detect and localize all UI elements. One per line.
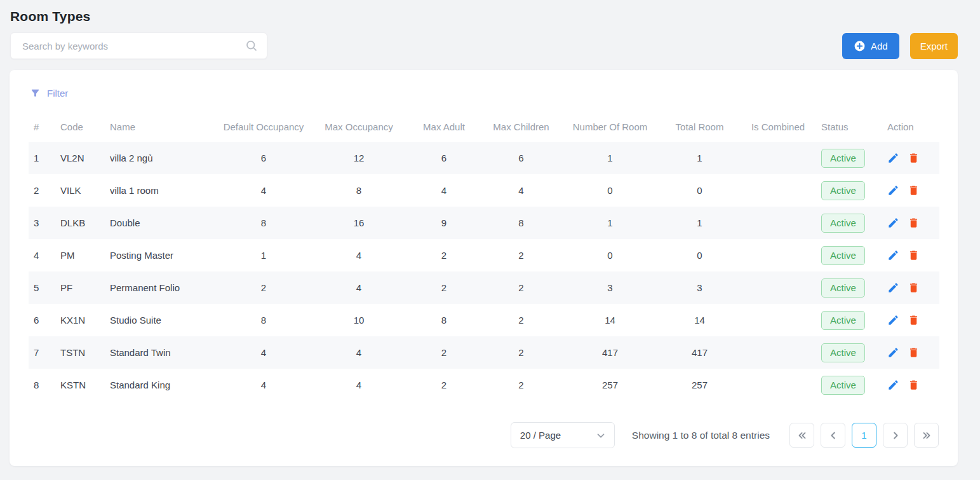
- cell-max-adult: 8: [406, 304, 481, 336]
- prev-page-button[interactable]: [821, 423, 845, 448]
- cell-max-adult: 2: [406, 336, 481, 369]
- cell-status: Active: [816, 271, 882, 304]
- cell-index: 1: [29, 142, 55, 174]
- cell-total-room: 3: [659, 271, 740, 304]
- status-badge: Active: [821, 181, 865, 200]
- delete-icon[interactable]: [908, 346, 920, 359]
- delete-icon[interactable]: [908, 282, 920, 294]
- cell-index: 7: [29, 336, 55, 369]
- cell-default-occupancy: 8: [216, 207, 311, 239]
- cell-number-of-room: 0: [561, 239, 659, 271]
- table-row: 5PFPermanent Folio242233Active: [29, 271, 939, 304]
- column-header-max-adult: Max Adult: [406, 116, 481, 142]
- cell-name: Standard King: [105, 369, 216, 401]
- table-row: 4PMPosting Master142200Active: [29, 239, 939, 271]
- cell-max-occupancy: 8: [311, 174, 406, 207]
- edit-icon[interactable]: [887, 152, 899, 164]
- filter-label: Filter: [47, 88, 68, 99]
- chevron-down-icon: [595, 430, 607, 441]
- funnel-icon: [30, 88, 41, 99]
- cell-name: Studio Suite: [105, 304, 216, 336]
- cell-index: 4: [29, 239, 55, 271]
- delete-icon[interactable]: [908, 217, 920, 229]
- edit-icon[interactable]: [887, 346, 899, 359]
- cell-name: Permanent Folio: [105, 271, 216, 304]
- export-button[interactable]: Export: [910, 33, 958, 59]
- cell-action: [882, 142, 939, 174]
- cell-number-of-room: 1: [561, 207, 659, 239]
- cell-name: villa 2 ngủ: [105, 142, 216, 174]
- cell-is-combined: [740, 174, 816, 207]
- cell-code: VL2N: [55, 142, 105, 174]
- status-badge: Active: [821, 149, 865, 168]
- edit-icon[interactable]: [887, 249, 899, 261]
- delete-icon[interactable]: [908, 379, 920, 391]
- cell-max-occupancy: 4: [311, 336, 406, 369]
- table-row: 3DLKBDouble8169811Active: [29, 207, 939, 239]
- cell-default-occupancy: 1: [216, 239, 311, 271]
- cell-number-of-room: 1: [561, 142, 659, 174]
- cell-status: Active: [816, 304, 882, 336]
- cell-status: Active: [816, 142, 882, 174]
- table-header-row: #CodeNameDefault OccupancyMax OccupancyM…: [29, 116, 939, 142]
- status-badge: Active: [821, 246, 865, 265]
- column-header-max-occupancy: Max Occupancy: [311, 116, 406, 142]
- cell-action: [882, 271, 939, 304]
- cell-code: VILK: [55, 174, 105, 207]
- page-size-select[interactable]: 20 / Page: [511, 422, 615, 448]
- edit-icon[interactable]: [887, 314, 899, 326]
- status-badge: Active: [821, 214, 865, 233]
- cell-code: TSTN: [55, 336, 105, 369]
- plus-circle-icon: [854, 40, 866, 52]
- cell-is-combined: [740, 239, 816, 271]
- chevron-left-icon: [828, 430, 839, 441]
- pager: 1: [789, 423, 939, 448]
- edit-icon[interactable]: [887, 379, 899, 391]
- cell-total-room: 1: [659, 142, 740, 174]
- cell-max-adult: 2: [406, 369, 481, 401]
- entries-summary: Showing 1 to 8 of total 8 entries: [632, 430, 770, 441]
- table-row: 1VL2Nvilla 2 ngủ6126611Active: [29, 142, 939, 174]
- cell-number-of-room: 417: [561, 336, 659, 369]
- delete-icon[interactable]: [908, 314, 920, 326]
- first-page-button[interactable]: [789, 423, 814, 448]
- edit-icon[interactable]: [887, 184, 899, 196]
- controls-row: Add Export: [10, 32, 958, 59]
- cell-index: 2: [29, 174, 55, 207]
- cell-number-of-room: 14: [561, 304, 659, 336]
- table-row: 8KSTNStandard King4422257257Active: [29, 369, 939, 401]
- cell-status: Active: [816, 207, 882, 239]
- cell-total-room: 1: [659, 207, 740, 239]
- cell-max-occupancy: 4: [311, 271, 406, 304]
- cell-max-children: 2: [481, 304, 561, 336]
- cell-number-of-room: 257: [561, 369, 659, 401]
- room-types-table: #CodeNameDefault OccupancyMax OccupancyM…: [29, 116, 939, 401]
- cell-max-occupancy: 12: [311, 142, 406, 174]
- edit-icon[interactable]: [887, 217, 899, 229]
- edit-icon[interactable]: [887, 282, 899, 294]
- cell-max-occupancy: 16: [311, 207, 406, 239]
- cell-number-of-room: 3: [561, 271, 659, 304]
- chevron-right-icon: [890, 430, 901, 441]
- column-header-is-combined: Is Combined: [740, 116, 816, 142]
- cell-code: KSTN: [55, 369, 105, 401]
- table-row: 7TSTNStandard Twin4422417417Active: [29, 336, 939, 369]
- delete-icon[interactable]: [908, 249, 920, 261]
- cell-total-room: 257: [659, 369, 740, 401]
- delete-icon[interactable]: [908, 184, 920, 196]
- add-button[interactable]: Add: [842, 33, 899, 59]
- status-badge: Active: [821, 311, 865, 330]
- column-header-status: Status: [816, 116, 882, 142]
- search-input[interactable]: [11, 33, 267, 58]
- double-chevron-left-icon: [796, 430, 808, 441]
- last-page-button[interactable]: [914, 423, 939, 448]
- delete-icon[interactable]: [908, 152, 920, 164]
- column-header-action: Action: [882, 116, 939, 142]
- status-badge: Active: [821, 343, 865, 362]
- cell-is-combined: [740, 271, 816, 304]
- filter-toggle[interactable]: Filter: [29, 86, 69, 100]
- page-1-button[interactable]: 1: [852, 423, 876, 448]
- table-card: Filter #CodeNameDefault OccupancyMax Occ…: [10, 70, 958, 466]
- next-page-button[interactable]: [883, 423, 908, 448]
- cell-code: PM: [55, 239, 105, 271]
